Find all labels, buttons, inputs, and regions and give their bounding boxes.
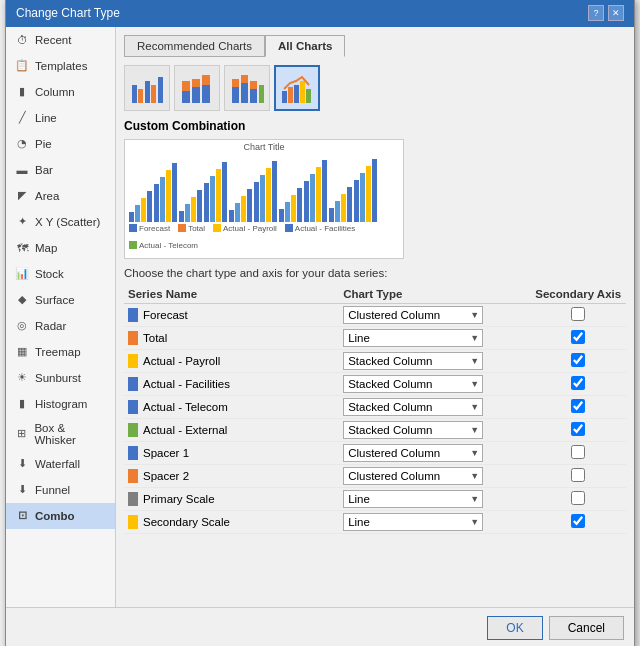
secondary-axis-cell[interactable] [530,418,626,441]
sidebar-label: Map [35,242,57,254]
bar-chart-icon[interactable] [124,65,170,111]
chart-type-select[interactable]: Clustered ColumnStacked Column100% Stack… [343,490,483,508]
sidebar-label: Stock [35,268,64,280]
sidebar-item-area[interactable]: ◤ Area [6,183,115,209]
chart-type-cell[interactable]: Clustered ColumnStacked Column100% Stack… [339,303,530,326]
secondary-axis-checkbox[interactable] [571,330,585,344]
tab-recommended-charts[interactable]: Recommended Charts [124,35,265,57]
sidebar-item-combo[interactable]: ⊡ Combo [6,503,115,529]
chart-type-cell[interactable]: Clustered ColumnStacked Column100% Stack… [339,510,530,533]
cancel-button[interactable]: Cancel [549,616,624,640]
svg-rect-20 [294,85,299,103]
chart-type-select[interactable]: Clustered ColumnStacked Column100% Stack… [343,421,483,439]
sidebar-item-pie[interactable]: ◔ Pie [6,131,115,157]
svg-rect-17 [259,85,264,103]
secondary-axis-checkbox[interactable] [571,514,585,528]
svg-rect-19 [288,87,293,103]
secondary-axis-cell[interactable] [530,510,626,533]
chart-type-select-wrapper[interactable]: Clustered ColumnStacked Column100% Stack… [343,306,483,324]
secondary-axis-cell[interactable] [530,487,626,510]
sidebar-item-waterfall[interactable]: ⬇ Waterfall [6,451,115,477]
secondary-axis-checkbox[interactable] [571,468,585,482]
combo-chart-icon[interactable] [274,65,320,111]
sidebar-label: Combo [35,510,75,522]
sidebar-icon: ⏱ [14,32,30,48]
sidebar-item-histogram[interactable]: ▮ Histogram [6,391,115,417]
chart-type-select-wrapper[interactable]: Clustered ColumnStacked Column100% Stack… [343,352,483,370]
chart-type-select[interactable]: Clustered ColumnStacked Column100% Stack… [343,352,483,370]
chart-type-cell[interactable]: Clustered ColumnStacked Column100% Stack… [339,441,530,464]
secondary-axis-cell[interactable] [530,372,626,395]
sidebar-item-recent[interactable]: ⏱ Recent [6,27,115,53]
svg-rect-3 [151,85,156,103]
series-name-label: Secondary Scale [143,516,230,528]
sidebar-item-sunburst[interactable]: ☀ Sunburst [6,365,115,391]
chart-type-select[interactable]: Clustered ColumnStacked Column100% Stack… [343,329,483,347]
help-button[interactable]: ? [588,5,604,21]
sidebar-item-radar[interactable]: ◎ Radar [6,313,115,339]
secondary-axis-checkbox[interactable] [571,491,585,505]
series-color [128,469,138,483]
sidebar-item-stock[interactable]: 📊 Stock [6,261,115,287]
chart-type-cell[interactable]: Clustered ColumnStacked Column100% Stack… [339,326,530,349]
chart-type-select-wrapper[interactable]: Clustered ColumnStacked Column100% Stack… [343,444,483,462]
stacked-bar-icon[interactable] [224,65,270,111]
secondary-axis-checkbox[interactable] [571,353,585,367]
series-name-label: Actual - External [143,424,227,436]
series-name-header: Series Name [124,285,339,304]
secondary-axis-checkbox[interactable] [571,307,585,321]
sidebar-icon: ⊞ [14,426,29,442]
chart-preview: Chart Title ForecastTotalActual - Payrol… [124,139,404,259]
chart-type-cell[interactable]: Clustered ColumnStacked Column100% Stack… [339,487,530,510]
svg-rect-22 [306,89,311,103]
secondary-axis-cell[interactable] [530,326,626,349]
chart-type-select[interactable]: Clustered ColumnStacked Column100% Stack… [343,398,483,416]
sidebar-item-bar[interactable]: ▬ Bar [6,157,115,183]
chart-type-select[interactable]: Clustered ColumnStacked Column100% Stack… [343,513,483,531]
secondary-axis-cell[interactable] [530,303,626,326]
chart-type-cell[interactable]: Clustered ColumnStacked Column100% Stack… [339,372,530,395]
secondary-axis-checkbox[interactable] [571,376,585,390]
chart-type-select-wrapper[interactable]: Clustered ColumnStacked Column100% Stack… [343,329,483,347]
secondary-axis-cell[interactable] [530,395,626,418]
secondary-axis-cell[interactable] [530,464,626,487]
chart-type-select-wrapper[interactable]: Clustered ColumnStacked Column100% Stack… [343,398,483,416]
chart-type-select-wrapper[interactable]: Clustered ColumnStacked Column100% Stack… [343,467,483,485]
ok-button[interactable]: OK [487,616,542,640]
chart-type-select[interactable]: Clustered ColumnStacked Column100% Stack… [343,444,483,462]
sidebar-item-line[interactable]: ╱ Line [6,105,115,131]
chart-type-select-wrapper[interactable]: Clustered ColumnStacked Column100% Stack… [343,513,483,531]
sidebar-item-funnel[interactable]: ⬇ Funnel [6,477,115,503]
sidebar-item-map[interactable]: 🗺 Map [6,235,115,261]
secondary-axis-header: Secondary Axis [530,285,626,304]
secondary-axis-checkbox[interactable] [571,422,585,436]
secondary-axis-checkbox[interactable] [571,445,585,459]
sidebar-item-column[interactable]: ▮ Column [6,79,115,105]
chart-type-select-wrapper[interactable]: Clustered ColumnStacked Column100% Stack… [343,421,483,439]
chart-type-select[interactable]: Clustered ColumnStacked Column100% Stack… [343,467,483,485]
sidebar-item-treemap[interactable]: ▦ Treemap [6,339,115,365]
sidebar-icon: ◔ [14,136,30,152]
chart-type-select[interactable]: Clustered ColumnStacked Column100% Stack… [343,375,483,393]
chart-type-cell[interactable]: Clustered ColumnStacked Column100% Stack… [339,418,530,441]
chart-type-cell[interactable]: Clustered ColumnStacked Column100% Stack… [339,464,530,487]
secondary-axis-cell[interactable] [530,441,626,464]
clustered-bar-icon[interactable] [174,65,220,111]
sidebar-item-x-y-scatter[interactable]: ✦ X Y (Scatter) [6,209,115,235]
close-button[interactable]: ✕ [608,5,624,21]
sidebar-item-box-&-whisker[interactable]: ⊞ Box & Whisker [6,417,115,451]
chart-type-select-wrapper[interactable]: Clustered ColumnStacked Column100% Stack… [343,490,483,508]
chart-type-cell[interactable]: Clustered ColumnStacked Column100% Stack… [339,395,530,418]
sidebar-item-templates[interactable]: 📋 Templates [6,53,115,79]
secondary-axis-cell[interactable] [530,349,626,372]
sidebar: ⏱ Recent 📋 Templates ▮ Column ╱ Line ◔ P… [6,27,116,607]
chart-type-select-wrapper[interactable]: Clustered ColumnStacked Column100% Stack… [343,375,483,393]
chart-type-select[interactable]: Clustered ColumnStacked Column100% Stack… [343,306,483,324]
sidebar-icon: ✦ [14,214,30,230]
tab-all-charts[interactable]: All Charts [265,35,345,57]
table-row: Spacer 1 Clustered ColumnStacked Column1… [124,441,626,464]
chart-type-cell[interactable]: Clustered ColumnStacked Column100% Stack… [339,349,530,372]
sidebar-item-surface[interactable]: ◆ Surface [6,287,115,313]
secondary-axis-checkbox[interactable] [571,399,585,413]
sidebar-label: Area [35,190,59,202]
